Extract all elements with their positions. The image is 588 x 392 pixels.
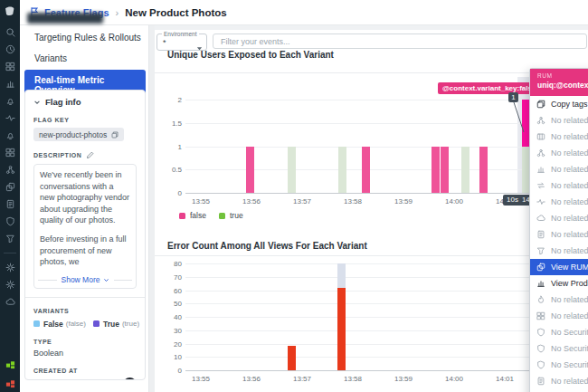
x-axis-tick-label: 13:57 (282, 375, 322, 383)
security-signals-icon (536, 344, 545, 353)
x-axis-tick-label: 13:56 (232, 197, 271, 206)
logs-icon[interactable] (0, 196, 20, 213)
context-menu-item-no-related-n: No related n (530, 210, 588, 226)
divider (38, 280, 57, 281)
bar-false[interactable] (432, 147, 440, 194)
bar-false[interactable] (479, 147, 488, 194)
monitors-icon[interactable] (0, 127, 20, 144)
context-menu-header: RUM uniq:@context.su (530, 69, 588, 96)
metrics-icon[interactable] (0, 75, 20, 92)
bar-false[interactable] (246, 147, 254, 194)
rollup-value: 10s (507, 196, 518, 204)
context-menu-item-no-related-n: No related N (530, 177, 588, 194)
sidebar-item-variants[interactable]: Variants (20, 48, 148, 69)
y-axis-tick-label: 50 (153, 300, 182, 308)
context-menu-item-no-related-e: No related e (530, 308, 588, 324)
context-menu: RUM uniq:@context.su Copy tags toNo rela… (529, 68, 588, 392)
logs-icon (536, 230, 545, 239)
search-icon[interactable] (0, 24, 20, 41)
context-menu-item-label: No related h (551, 116, 588, 125)
bar-true[interactable] (338, 147, 346, 194)
flag-description: We've recently been in conversations wit… (33, 164, 137, 289)
variant-color-swatch (33, 320, 40, 327)
flag-info-card: Flag info FLAG KEY new-product-photos DE… (24, 90, 146, 380)
bar-false[interactable] (337, 288, 346, 370)
x-axis-tick-label: 13:58 (333, 375, 373, 383)
x-axis-tick-label: 13:57 (282, 197, 322, 206)
context-menu-item-label: No related pr (551, 246, 588, 255)
variant-name: False (43, 320, 63, 329)
x-axis-tick-label: 14:00 (434, 197, 474, 206)
synthetics-icon[interactable] (0, 161, 20, 178)
org-avatar[interactable] (0, 356, 20, 373)
ci-icon[interactable] (0, 230, 20, 247)
context-menu-item-view-produc[interactable]: View Produc (530, 275, 588, 292)
variant-key: (true) (122, 320, 139, 328)
integrations-icon[interactable] (0, 259, 20, 276)
context-menu-item-no-security-s: No Security S (530, 340, 588, 357)
context-menu-item-copy-tags-to[interactable]: Copy tags to (530, 96, 588, 112)
show-more-row: Show More (38, 275, 132, 286)
context-menu-item-label: No related c (551, 132, 588, 141)
legend-item-true[interactable]: true (219, 211, 243, 220)
y-axis-tick-label: 40 (153, 313, 182, 321)
gridline (185, 303, 588, 304)
bar-true[interactable] (288, 147, 296, 194)
x-axis-tick-label: 13:55 (181, 375, 221, 383)
context-menu-item-label: No Security T (551, 360, 588, 369)
flag-sidebar: Targeting Rules & RolloutsVariantsReal-t… (20, 25, 149, 392)
security-icon[interactable] (0, 213, 20, 230)
chart-legend: falsetrue (179, 211, 243, 220)
y-axis-tick-label: 1.5 (153, 120, 182, 128)
containers-icon (536, 132, 545, 141)
context-menu-item-label: View Produc (551, 279, 588, 288)
context-menu-item-label: Copy tags to (551, 100, 588, 109)
variant-key: (false) (66, 320, 86, 328)
bar-false[interactable] (288, 346, 296, 370)
sidebar-item-targeting-rules-rollouts[interactable]: Targeting Rules & Rollouts (20, 27, 148, 48)
gridline (185, 277, 588, 278)
environment-select[interactable]: Environment * (156, 33, 207, 51)
legend-item-false[interactable]: false (179, 211, 206, 220)
x-axis-tick-label: 13:55 (181, 197, 221, 206)
gridline (185, 317, 588, 318)
event-filter-input[interactable] (213, 33, 587, 49)
context-menu-item-no-related-c: No related c (530, 129, 588, 145)
processes-icon (536, 148, 545, 158)
errors-icon (536, 311, 545, 320)
graph-icon (536, 165, 545, 174)
dashboards-icon[interactable] (0, 144, 20, 161)
infrastructure-icon[interactable] (0, 58, 20, 75)
gridline (185, 263, 588, 264)
apm-icon[interactable] (0, 110, 20, 127)
context-menu-item-label: No related n (551, 197, 588, 206)
legend-label: true (230, 211, 243, 220)
bar-false[interactable] (441, 147, 449, 194)
variants-row: False(false)True(true) (33, 320, 137, 329)
datadog-logo[interactable] (0, 0, 20, 24)
context-menu-item-label: No related p (551, 295, 588, 304)
context-menu-item-label: No Security I (551, 328, 588, 337)
bar-false[interactable] (362, 147, 370, 194)
bar-true[interactable] (337, 263, 346, 288)
watchdog-icon[interactable] (0, 92, 20, 110)
context-menu-kicker: RUM (537, 72, 588, 79)
bar-true[interactable] (461, 147, 469, 194)
flag-key-chip[interactable]: new-product-photos (33, 128, 124, 141)
y-axis-tick-label: 70 (153, 273, 182, 282)
recents-icon[interactable] (0, 41, 20, 58)
rum-icon (536, 263, 545, 272)
flag-info-header[interactable]: Flag info (33, 97, 137, 107)
help-icon[interactable] (0, 293, 20, 311)
edit-pencil-icon[interactable] (86, 151, 94, 159)
cloud-icon (536, 214, 545, 223)
context-menu-item-view-rum-ev[interactable]: View RUM ev (530, 259, 588, 275)
rum-icon[interactable] (0, 178, 20, 196)
description-paragraph: Before investing in a full procurement o… (40, 234, 130, 268)
y-axis-tick-label: 0.5 (153, 166, 182, 174)
settings-icon[interactable] (0, 276, 20, 293)
show-more-button[interactable]: Show More (62, 275, 109, 286)
feature-flags-page: Feature Flags › New Product Photos Targe… (0, 0, 588, 392)
x-axis-tick-label: 14:01 (485, 375, 525, 383)
user-avatar[interactable] (0, 375, 20, 392)
